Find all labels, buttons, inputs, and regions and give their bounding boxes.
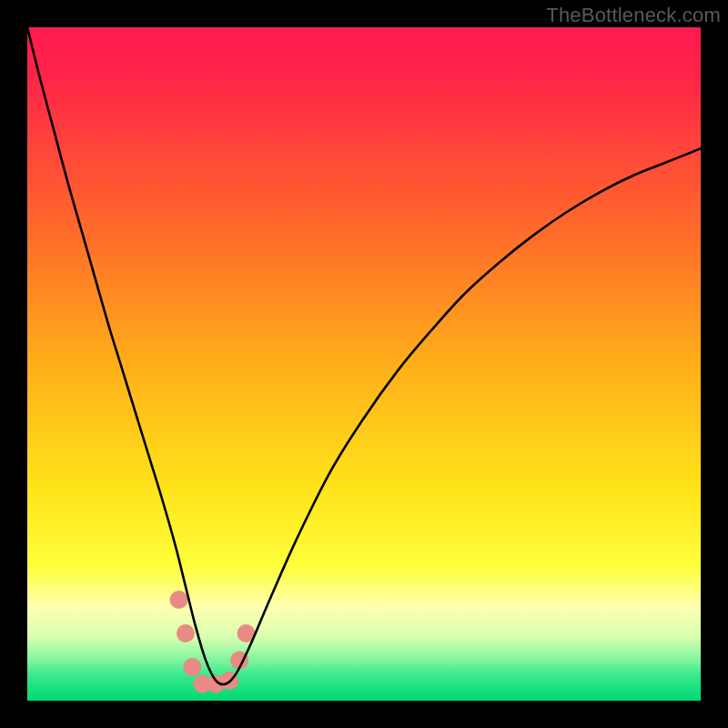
chart-frame: TheBottleneck.com xyxy=(0,0,728,728)
dense-marker xyxy=(177,624,195,642)
dense-marker xyxy=(183,658,201,676)
dense-marker xyxy=(170,591,188,609)
watermark-text: TheBottleneck.com xyxy=(546,4,721,27)
gradient-background xyxy=(27,27,701,701)
bottleneck-chart xyxy=(27,27,701,701)
plot-area xyxy=(27,27,701,701)
